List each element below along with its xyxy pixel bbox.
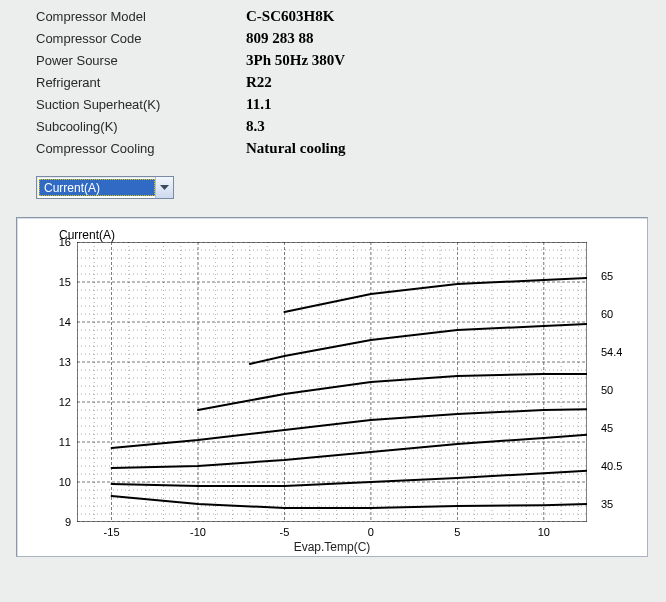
series-label: 40.5 — [593, 460, 622, 472]
series-label: 50 — [593, 384, 613, 396]
spec-label: Subcooling(K) — [36, 119, 246, 134]
y-tick-label: 16 — [41, 236, 71, 248]
spec-label: Refrigerant — [36, 75, 246, 90]
spec-value: Natural cooling — [246, 140, 346, 157]
y-tick-label: 14 — [41, 316, 71, 328]
series-label: 54.4 — [593, 346, 622, 358]
spec-value: 3Ph 50Hz 380V — [246, 52, 345, 69]
spec-value: 11.1 — [246, 96, 271, 113]
y-tick-label: 12 — [41, 396, 71, 408]
y-tick-label: 13 — [41, 356, 71, 368]
spec-label: Compressor Cooling — [36, 141, 246, 156]
x-tick-label: -5 — [280, 526, 290, 538]
spec-value: C-SC603H8K — [246, 8, 334, 25]
x-axis-title: Evap.Temp(C) — [17, 540, 647, 554]
series-label: 60 — [593, 308, 613, 320]
x-tick-label: -10 — [190, 526, 206, 538]
parameter-dropdown[interactable]: Current(A) — [36, 176, 174, 199]
spec-row: Compressor Code809 283 88 — [36, 30, 666, 52]
y-tick-label: 10 — [41, 476, 71, 488]
spec-row: Compressor CoolingNatural cooling — [36, 140, 666, 162]
spec-row: Subcooling(K)8.3 — [36, 118, 666, 140]
series-label: 65 — [593, 270, 613, 282]
spec-table: Compressor ModelC-SC603H8KCompressor Cod… — [0, 0, 666, 170]
x-tick-label: 10 — [538, 526, 550, 538]
spec-row: Compressor ModelC-SC603H8K — [36, 8, 666, 30]
spec-row: RefrigerantR22 — [36, 74, 666, 96]
svg-rect-66 — [77, 242, 587, 522]
spec-value: 809 283 88 — [246, 30, 314, 47]
y-tick-label: 9 — [41, 516, 71, 528]
spec-label: Compressor Model — [36, 9, 246, 24]
spec-value: R22 — [246, 74, 272, 91]
chevron-down-icon — [155, 177, 173, 198]
chart: Current(A) 910111213141516-15-10-5051065… — [16, 217, 648, 557]
spec-label: Power Sourse — [36, 53, 246, 68]
x-tick-label: 5 — [454, 526, 460, 538]
spec-row: Power Sourse3Ph 50Hz 380V — [36, 52, 666, 74]
spec-label: Suction Superheat(K) — [36, 97, 246, 112]
spec-row: Suction Superheat(K)11.1 — [36, 96, 666, 118]
plot-area: 910111213141516-15-10-50510656054.450454… — [77, 242, 587, 522]
series-label: 45 — [593, 422, 613, 434]
y-tick-label: 15 — [41, 276, 71, 288]
y-tick-label: 11 — [41, 436, 71, 448]
x-tick-label: 0 — [368, 526, 374, 538]
x-tick-label: -15 — [104, 526, 120, 538]
dropdown-selected-text: Current(A) — [39, 179, 155, 196]
spec-value: 8.3 — [246, 118, 265, 135]
series-label: 35 — [593, 498, 613, 510]
spec-label: Compressor Code — [36, 31, 246, 46]
